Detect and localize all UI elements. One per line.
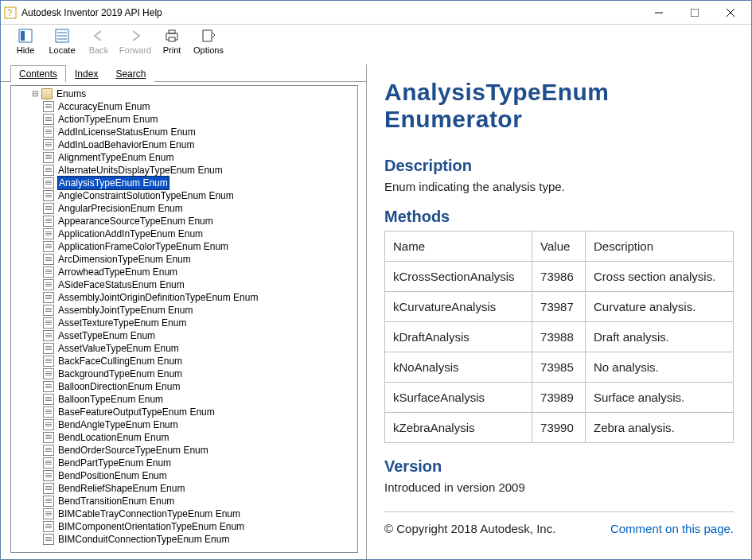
- cell-name: kDraftAnalysis: [385, 322, 532, 352]
- tree-item-label: AngularPrecisionEnum Enum: [57, 202, 184, 215]
- version-heading: Version: [384, 457, 734, 476]
- col-value: Value: [532, 231, 586, 262]
- tree-item[interactable]: ApplicationAddInTypeEnum Enum: [43, 228, 354, 240]
- page-icon: [43, 114, 54, 125]
- tree-item[interactable]: AddInLicenseStatusEnum Enum: [43, 126, 354, 138]
- maximize-icon: [691, 9, 699, 17]
- tree-item[interactable]: AppearanceSourceTypeEnum Enum: [43, 215, 354, 228]
- tree-item[interactable]: ArrowheadTypeEnum Enum: [43, 266, 354, 278]
- page-icon: [43, 216, 54, 227]
- tree-item[interactable]: BIMCableTrayConnectionTypeEnum Enum: [43, 508, 354, 520]
- tab-search[interactable]: Search: [107, 65, 154, 82]
- tree-item[interactable]: AccuracyEnum Enum: [43, 100, 354, 113]
- tree-item[interactable]: BIMComponentOrientationTypeEnum Enum: [43, 520, 354, 533]
- cell-description: Draft analysis.: [585, 322, 733, 352]
- footer: © Copyright 2018 Autodesk, Inc. Comment …: [384, 511, 734, 535]
- tree-item[interactable]: AssemblyJointTypeEnum Enum: [43, 304, 354, 317]
- methods-table: Name Value Description kCrossSectionAnal…: [384, 231, 734, 443]
- tree-item[interactable]: BendReliefShapeEnum Enum: [43, 482, 354, 495]
- version-text: Introduced in version 2009: [384, 480, 734, 494]
- tree-item[interactable]: ArcDimensionTypeEnum Enum: [43, 253, 354, 266]
- tree-item[interactable]: AngularPrecisionEnum Enum: [43, 202, 354, 215]
- page-icon: [43, 305, 54, 316]
- tree-item-label: AlignmentTypeEnum Enum: [57, 151, 174, 164]
- page-icon: [43, 457, 54, 469]
- page-icon: [43, 432, 54, 443]
- tree-item-label: BendPartTypeEnum Enum: [57, 457, 172, 469]
- window-title: Autodesk Inventor 2019 API Help: [21, 7, 641, 18]
- tree-item-label: BIMComponentOrientationTypeEnum Enum: [57, 520, 245, 533]
- tree-item[interactable]: BendTransitionEnum Enum: [43, 495, 354, 508]
- tree-item-label: BendOrderSourceTypeEnum Enum: [57, 444, 209, 457]
- tree-item[interactable]: BIMConduitConnectionTypeEnum Enum: [43, 533, 354, 546]
- page-icon: [43, 381, 54, 392]
- print-button[interactable]: Print: [154, 28, 190, 55]
- tree-item[interactable]: AssemblyJointOriginDefinitionTypeEnum En…: [43, 291, 354, 304]
- col-name: Name: [385, 231, 532, 262]
- page-icon: [43, 483, 54, 494]
- maximize-button[interactable]: [676, 2, 712, 24]
- tab-contents[interactable]: Contents: [10, 65, 66, 82]
- tree-item[interactable]: ActionTypeEnum Enum: [43, 113, 354, 126]
- cell-name: kCrossSectionAnalysis: [385, 262, 532, 292]
- page-icon: [43, 165, 54, 176]
- cell-name: kNoAnalysis: [385, 352, 532, 383]
- page-icon: [43, 190, 54, 201]
- tree-view[interactable]: ⊟ Enums AccuracyEnum EnumActionTypeEnum …: [10, 85, 358, 553]
- minimize-icon: [655, 9, 663, 17]
- back-button[interactable]: Back: [80, 28, 117, 55]
- forward-button[interactable]: Forward: [117, 28, 154, 55]
- tree-item-label: AddInLoadBehaviorEnum Enum: [57, 138, 195, 151]
- tree-item[interactable]: BackFaceCullingEnum Enum: [43, 355, 354, 368]
- page-icon: [43, 419, 54, 430]
- tree-item-label: AppearanceSourceTypeEnum Enum: [57, 215, 214, 228]
- tree-item[interactable]: BalloonDirectionEnum Enum: [43, 380, 354, 393]
- tree-item[interactable]: AssetValueTypeEnum Enum: [43, 342, 354, 355]
- tree-item[interactable]: AngleConstraintSolutionTypeEnum Enum: [43, 189, 354, 202]
- tree-item[interactable]: BackgroundTypeEnum Enum: [43, 368, 354, 380]
- minimize-button[interactable]: [641, 2, 676, 24]
- book-icon: [41, 88, 53, 99]
- svg-text:?: ?: [7, 8, 12, 18]
- table-row: kDraftAnalysis73988Draft analysis.: [385, 322, 734, 352]
- page-icon: [43, 292, 54, 303]
- close-button[interactable]: [712, 2, 748, 24]
- tree-item-label: ArrowheadTypeEnum Enum: [57, 266, 178, 278]
- comment-link[interactable]: Comment on this page.: [610, 522, 734, 535]
- tree-item[interactable]: AlignmentTypeEnum Enum: [43, 151, 354, 164]
- tree-item[interactable]: AlternateUnitsDisplayTypeEnum Enum: [43, 164, 354, 177]
- tree-item[interactable]: BendPartTypeEnum Enum: [43, 457, 354, 469]
- toolbar: Hide Locate Back Forward Print Options: [1, 25, 751, 64]
- hide-button[interactable]: Hide: [7, 28, 44, 55]
- page-icon: [43, 254, 54, 265]
- page-icon: [43, 330, 54, 341]
- locate-button[interactable]: Locate: [44, 28, 80, 55]
- tree-item[interactable]: AnalysisTypeEnum Enum: [43, 177, 354, 189]
- table-row: kNoAnalysis73985No analysis.: [385, 352, 734, 383]
- page-icon: [43, 152, 54, 163]
- tree-item[interactable]: BendOrderSourceTypeEnum Enum: [43, 444, 354, 457]
- tree-item[interactable]: AssetTypeEnum Enum: [43, 329, 354, 342]
- cell-value: 73987: [532, 292, 586, 322]
- page-icon: [43, 177, 54, 189]
- tree-root-node[interactable]: ⊟ Enums: [30, 88, 354, 100]
- tree-item[interactable]: BalloonTypeEnum Enum: [43, 393, 354, 406]
- tree-item[interactable]: AssetTextureTypeEnum Enum: [43, 317, 354, 329]
- page-icon: [43, 534, 54, 545]
- tab-index[interactable]: Index: [66, 65, 107, 82]
- tree-item[interactable]: ApplicationFrameColorTypeEnum Enum: [43, 240, 354, 253]
- page-icon: [43, 279, 54, 290]
- tree-item[interactable]: BaseFeatureOutputTypeEnum Enum: [43, 406, 354, 418]
- forward-icon: [127, 28, 143, 44]
- table-row: kCrossSectionAnalysis73986Cross section …: [385, 262, 734, 292]
- description-heading: Description: [384, 157, 734, 175]
- tree-item[interactable]: ASideFaceStatusEnum Enum: [43, 278, 354, 291]
- collapse-icon[interactable]: ⊟: [30, 89, 40, 99]
- tree-item[interactable]: BendLocationEnum Enum: [43, 431, 354, 444]
- tree-item-label: BIMConduitConnectionTypeEnum Enum: [57, 533, 230, 546]
- tree-item[interactable]: AddInLoadBehaviorEnum Enum: [43, 138, 354, 151]
- tree-item[interactable]: BendPositionEnum Enum: [43, 469, 354, 482]
- cell-name: kZebraAnalysis: [385, 413, 532, 443]
- tree-item[interactable]: BendAngleTypeEnum Enum: [43, 418, 354, 431]
- options-button[interactable]: Options: [190, 28, 227, 55]
